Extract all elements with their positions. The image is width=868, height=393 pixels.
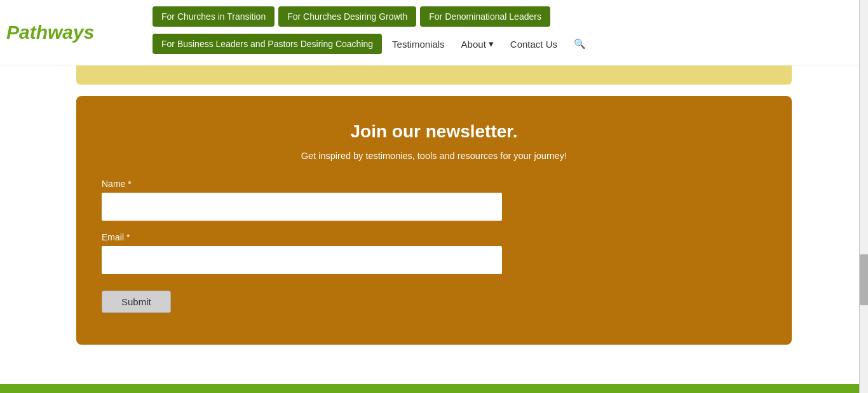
navbar: Pathways For Churches in Transition For … (0, 0, 868, 66)
nav-churches-transition[interactable]: For Churches in Transition (153, 6, 275, 27)
nav-contact[interactable]: Contact Us (504, 34, 564, 55)
scrollbar-thumb[interactable] (860, 254, 868, 305)
nav-testimonials[interactable]: Testimonials (386, 34, 451, 55)
logo[interactable]: Pathways (6, 22, 94, 43)
name-label: Name * (102, 179, 502, 189)
email-label: Email * (102, 232, 502, 242)
nav-row-1: For Churches in Transition For Churches … (153, 6, 855, 27)
nav-about[interactable]: About ▾ (455, 33, 500, 55)
logo-area: Pathways (6, 4, 153, 61)
nav-row-2: For Business Leaders and Pastors Desirin… (153, 33, 855, 55)
search-icon[interactable]: 🔍 (567, 33, 592, 55)
newsletter-subtitle: Get inspired by testimonies, tools and r… (102, 151, 766, 161)
nav-denominational-leaders[interactable]: For Denominational Leaders (420, 6, 550, 27)
top-banner (76, 66, 792, 85)
name-field-group: Name * (102, 179, 502, 221)
nav-churches-growth[interactable]: For Churches Desiring Growth (278, 6, 416, 27)
newsletter-title: Join our newsletter. (102, 121, 766, 142)
nav-business-leaders[interactable]: For Business Leaders and Pastors Desirin… (153, 34, 382, 54)
submit-button[interactable]: Submit (102, 291, 171, 313)
email-field-group: Email * (102, 232, 502, 274)
email-input[interactable] (102, 246, 502, 274)
name-input[interactable] (102, 193, 502, 221)
scrollbar-track (859, 0, 868, 393)
nav-links: For Churches in Transition For Churches … (153, 4, 855, 55)
footer-bar (0, 384, 868, 393)
newsletter-section: Join our newsletter. Get inspired by tes… (76, 96, 792, 345)
